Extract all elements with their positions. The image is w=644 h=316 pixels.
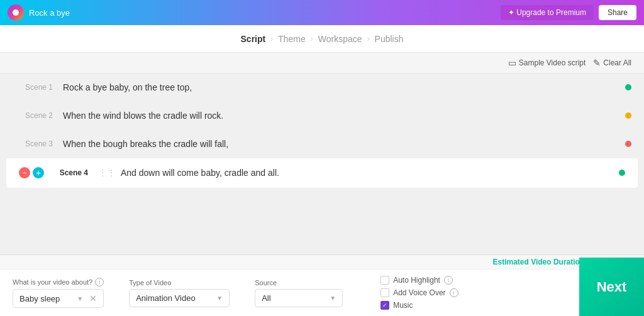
video-about-group: What is your video about? i Baby sleep ▼… — [13, 278, 104, 308]
scene-row-4: − + Scene 4 ⋮⋮ And down will come baby, … — [6, 158, 638, 188]
scene-2-dot — [625, 112, 631, 119]
nav-workspace[interactable]: Workspace — [318, 34, 362, 44]
clear-all-button[interactable]: ✎ Clear All — [593, 58, 631, 68]
footer: Estimated Video Duration 0 min 16 sec Wh… — [0, 254, 644, 316]
scene-row-2: Scene 2 When the wind blows the cradle w… — [0, 102, 644, 130]
type-input[interactable]: Animation Video ▼ — [129, 289, 230, 307]
toolbar: ▭ Sample Video script ✎ Clear All — [0, 53, 644, 74]
scene-1-dot — [625, 84, 631, 90]
scene-3-dot — [625, 141, 631, 147]
scene-1-label: Scene 1 — [13, 83, 63, 92]
footer-controls: What is your video about? i Baby sleep ▼… — [0, 270, 644, 316]
auto-highlight-info-icon[interactable]: i — [444, 276, 453, 285]
clear-label: Clear All — [603, 58, 631, 67]
upgrade-button[interactable]: ✦ Upgrade to Premium — [501, 5, 594, 20]
header: Rock a bye ✦ Upgrade to Premium Share — [0, 0, 644, 25]
nav-sep-3: › — [367, 35, 370, 43]
scene-4-minus-button[interactable]: − — [19, 167, 30, 178]
scene-2-text: When the wind blows the cradle will rock… — [63, 111, 613, 121]
sample-video-script[interactable]: ▭ Sample Video script — [508, 58, 586, 68]
music-row: Music — [380, 301, 458, 310]
scene-3-label: Scene 3 — [13, 139, 63, 148]
scene-4-dot — [619, 170, 625, 176]
voice-over-row: Add Voice Over i — [380, 288, 458, 297]
source-input[interactable]: All ▼ — [255, 289, 343, 307]
type-of-video-group: Type of Video Animation Video ▼ — [129, 279, 230, 307]
nav-publish[interactable]: Publish — [375, 34, 404, 44]
scene-row-3: Scene 3 When the bough breaks the cradle… — [0, 130, 644, 158]
nav-bar: Script › Theme › Workspace › Publish — [0, 25, 644, 53]
scene-1-text: Rock a bye baby, on the tree top, — [63, 82, 613, 92]
scenes-container: Scene 1 Rock a bye baby, on the tree top… — [0, 74, 644, 188]
voice-over-label: Add Voice Over — [393, 288, 445, 297]
video-about-info-icon[interactable]: i — [95, 278, 104, 286]
auto-highlight-checkbox[interactable] — [380, 276, 389, 285]
nav-script[interactable]: Script — [241, 34, 266, 44]
eraser-icon: ✎ — [593, 58, 601, 68]
nav-sep-1: › — [270, 35, 273, 43]
auto-highlight-row: Auto Highlight i — [380, 276, 458, 285]
next-button[interactable]: Next — [579, 258, 644, 316]
footer-checkboxes: Auto Highlight i Add Voice Over i Music — [380, 276, 458, 310]
music-label: Music — [393, 301, 413, 310]
type-label: Type of Video — [129, 279, 230, 286]
scene-row-1: Scene 1 Rock a bye baby, on the tree top… — [0, 74, 644, 102]
source-value: All — [262, 293, 270, 303]
duration-bar: Estimated Video Duration 0 min 16 sec — [0, 255, 644, 270]
video-about-input[interactable]: Baby sleep ▼ ✕ — [13, 289, 104, 308]
source-arrow-icon: ▼ — [330, 295, 336, 302]
auto-highlight-label: Auto Highlight — [393, 276, 440, 285]
drag-handle-icon[interactable]: ⋮⋮ — [98, 168, 116, 178]
share-button[interactable]: Share — [599, 5, 636, 20]
video-about-arrow-icon: ▼ — [77, 295, 83, 302]
source-group: Source All ▼ — [255, 279, 343, 307]
music-checkbox[interactable] — [380, 301, 389, 310]
nav-sep-2: › — [311, 35, 313, 43]
clear-input-icon[interactable]: ✕ — [89, 293, 97, 303]
video-about-value: Baby sleep — [19, 294, 60, 303]
type-value: Animation Video — [136, 293, 195, 303]
header-right: ✦ Upgrade to Premium Share — [501, 5, 636, 20]
type-arrow-icon: ▼ — [216, 295, 223, 302]
duration-label: Estimated Video Duration — [492, 258, 586, 266]
content-area: ▭ Sample Video script ✎ Clear All Scene … — [0, 53, 644, 316]
scene-4-plus-button[interactable]: + — [33, 167, 44, 178]
voice-over-checkbox[interactable] — [380, 288, 389, 297]
sample-label: Sample Video script — [519, 58, 586, 67]
video-script-icon: ▭ — [508, 58, 516, 68]
header-left: Rock a bye — [8, 4, 70, 21]
voice-over-info-icon[interactable]: i — [450, 288, 458, 297]
video-about-label: What is your video about? i — [13, 278, 104, 286]
source-label: Source — [255, 279, 343, 286]
scene-3-text: When the bough breaks the cradle will fa… — [63, 139, 613, 149]
scene-4-label: Scene 4 — [48, 168, 98, 177]
scene-4-text: And down will come baby, cradle and all. — [121, 168, 606, 178]
scene-2-label: Scene 2 — [13, 111, 63, 120]
logo-icon — [8, 4, 24, 21]
app-title: Rock a bye — [29, 8, 70, 18]
nav-theme[interactable]: Theme — [278, 34, 306, 44]
